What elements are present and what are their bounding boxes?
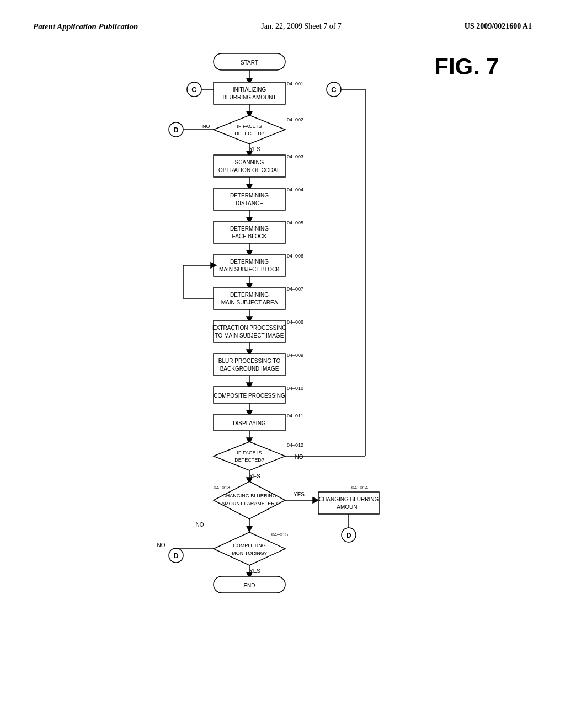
page: Patent Application Publication Jan. 22, … (0, 0, 565, 728)
box-04-012 (214, 442, 285, 470)
box-04-006 (214, 254, 285, 276)
start-label: START (241, 60, 258, 66)
label-04-013-1: CHANGING BLURRING (222, 493, 276, 499)
label-04-015-1: COMPLETING (233, 543, 266, 548)
arrow14 (247, 526, 252, 532)
box-04-004 (214, 188, 285, 210)
no-label-04-002: NO (202, 124, 210, 129)
d-label-right: D (346, 531, 351, 539)
label-04-004-2: DISTANCE (236, 200, 263, 206)
ref-04-013: 04–013 (214, 485, 230, 490)
arrow-04-013-yes (313, 497, 318, 503)
yes-label-04-012: YES (249, 473, 260, 479)
ref-04-010: 04–010 (287, 386, 303, 391)
box-04-001 (214, 82, 285, 104)
ref-04-015: 04–015 (271, 532, 288, 537)
label-04-007-2: MAIN SUBJECT AREA (221, 299, 278, 306)
ref-04-003: 04–003 (287, 154, 303, 159)
label-04-005-1: DETERMINING (230, 226, 269, 232)
box-04-008 (214, 320, 285, 342)
label-04-015-2: MONITORING? (232, 550, 266, 556)
label-04-010: COMPOSITE PROCESSING (214, 393, 285, 399)
no-label-04-012: NO (295, 454, 303, 460)
no-label-04-013: NO (196, 522, 204, 528)
ref-04-002: 04–002 (287, 117, 303, 122)
label-04-011: DISPLAYING (233, 420, 265, 426)
ref-04-012: 04–012 (287, 442, 303, 448)
yes-label-04-015: YES (249, 568, 260, 574)
label-04-009-1: BLUR PROCESSING TO (218, 358, 281, 364)
ref-04-005: 04–005 (287, 220, 303, 226)
label-04-003-1: SCANNING (235, 159, 264, 165)
ref-04-014: 04–014 (351, 485, 368, 490)
label-04-006-1: DETERMINING (230, 259, 269, 265)
header-patent-number: US 2009/0021600 A1 (465, 22, 532, 31)
label-04-014-2: AMOUNT (337, 504, 360, 510)
c-label-top: C (191, 85, 197, 94)
label-04-004-1: DETERMINING (230, 192, 269, 199)
label-04-005-2: FACE BLOCK (232, 233, 267, 239)
ref-04-009: 04–009 (287, 352, 303, 358)
ref-04-004: 04–004 (287, 187, 303, 192)
box-04-003 (214, 155, 285, 177)
box-04-014 (318, 492, 379, 514)
box-04-002 (214, 115, 285, 144)
label-04-002-2: DETECTED? (234, 131, 264, 136)
label-04-002-1: IF FACE IS (237, 124, 262, 129)
box-04-005 (214, 221, 285, 243)
d-label-top: D (173, 126, 178, 134)
header: Patent Application Publication Jan. 22, … (33, 22, 532, 31)
box-04-015 (214, 532, 285, 565)
label-04-009-2: BACKGROUND IMAGE (220, 366, 279, 372)
label-04-007-1: DETERMINING (230, 292, 269, 298)
label-04-008-1: EXTRACTION PROCESSING (212, 325, 286, 331)
ref-04-008: 04–008 (287, 319, 303, 325)
label-04-003-2: OPERATION OF CCDAF (218, 167, 280, 173)
label-04-014-1: CHANGING BLURRING (319, 496, 379, 502)
label-04-012-2: DETECTED? (234, 457, 264, 463)
label-04-001-2: BLURRING AMOUNT (222, 94, 276, 100)
label-04-008-2: TO MAIN SUBJECT IMAGE (215, 333, 284, 339)
label-04-001-1: INITIALIZING (233, 87, 266, 93)
yes-label-04-002: YES (249, 146, 260, 152)
c-label-right: C (331, 85, 337, 94)
label-04-006-2: MAIN SUBJECT BLOCK (219, 266, 280, 272)
no-label-04-015: NO (157, 542, 166, 548)
flowchart-area: FIG. 7 .flow-text { font-family: Arial, … (33, 48, 532, 655)
ref-04-001: 04–001 (287, 81, 303, 87)
yes-label-04-013: YES (294, 491, 305, 497)
ref-04-011: 04–011 (287, 413, 303, 419)
ref-04-006: 04–006 (287, 253, 303, 259)
flowchart-svg: .flow-text { font-family: Arial, Helveti… (117, 48, 448, 655)
label-04-013-2: AMOUNT PARAMETER? (221, 501, 278, 506)
end-label: END (243, 582, 255, 588)
header-date-sheet: Jan. 22, 2009 Sheet 7 of 7 (261, 22, 341, 31)
box-04-009 (214, 354, 285, 376)
label-04-012-1: IF FACE IS (237, 450, 262, 456)
box-04-007 (214, 287, 285, 309)
d-label-bottom: D (173, 552, 178, 560)
header-publication: Patent Application Publication (33, 22, 138, 31)
figure-label: FIG. 7 (434, 53, 499, 80)
ref-04-007: 04–007 (287, 286, 303, 292)
